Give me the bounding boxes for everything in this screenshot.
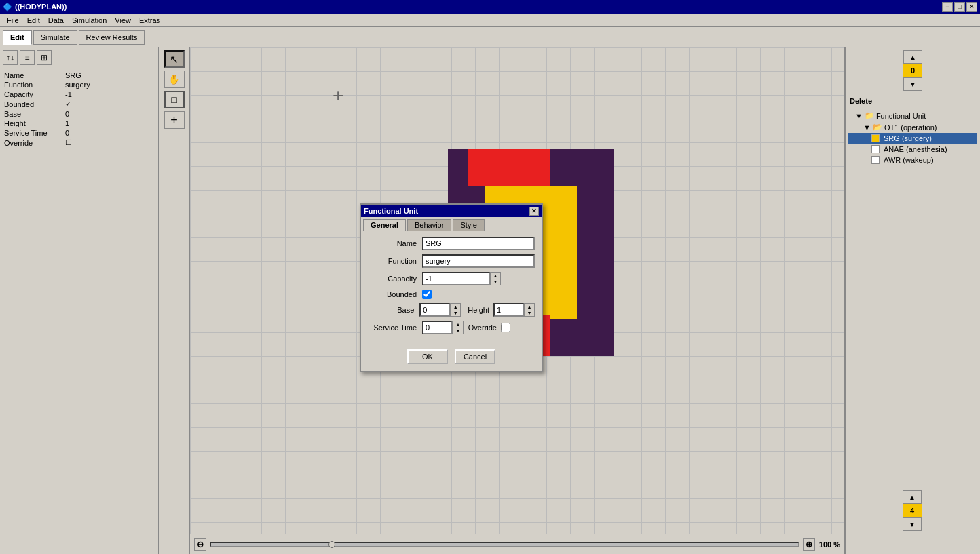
right-scroll-indicator2: 4 [903,504,922,517]
tab-edit[interactable]: Edit [3,30,32,45]
tree-srg-label: SRG (surgery) [884,134,932,142]
dialog-ok-button[interactable]: OK [407,349,448,364]
menubar: File Edit Data Simulation View Extras [0,14,980,27]
tab-simulate[interactable]: Simulate [33,30,77,45]
menu-simulation[interactable]: Simulation [68,15,111,26]
properties-area: Name SRG Function surgery Capacity -1 Bo… [0,68,158,554]
dialog-servicetime-down[interactable]: ▼ [453,328,463,334]
right-panel: ▲ 0 ▼ Delete ▼ 📁 Functional Unit ▼ 📂 OT1… [844,47,980,554]
tab-review-results[interactable]: Review Results [79,30,145,45]
dialog-name-row: Name [368,237,535,250]
dialog-base-spinbtns: ▲ ▼ [450,303,461,317]
tree-anae-label: ANAE (anesthesia) [884,145,947,153]
dialog-tab-general[interactable]: General [363,219,406,231]
close-button[interactable]: ✕ [966,2,977,12]
dialog-cancel-button[interactable]: Cancel [455,349,495,364]
tree-item-srg[interactable]: SRG (surgery) [848,133,977,144]
tree-item-functional-unit[interactable]: ▼ 📁 Functional Unit [848,110,977,121]
prop-service-time-value: 0 [65,129,69,137]
dialog-bounded-row: Bounded [368,290,535,299]
right-scroll-down2-button[interactable]: ▼ [903,517,922,531]
sort-type-button[interactable]: ≡ [20,50,35,65]
zoom-slider-thumb[interactable] [328,541,335,548]
dialog-function-input[interactable] [422,254,535,268]
crosshair-tool-button[interactable]: + [164,111,185,129]
prop-height-row: Height 1 [4,119,154,127]
dialog-function-label: Function [368,257,422,265]
dialog-base-label: Base [368,306,419,314]
dialog-height-up[interactable]: ▲ [525,304,534,310]
prop-service-time-label: Service Time [4,129,65,137]
prop-bounded-row: Bounded ✓ [4,100,154,108]
menu-extras[interactable]: Extras [135,15,164,26]
prop-name-label: Name [4,71,65,79]
dialog-capacity-row: Capacity ▲ ▼ [368,272,535,285]
menu-file[interactable]: File [3,15,23,26]
left-toolbar: ↑↓ ≡ ⊞ [0,47,158,68]
dialog-base-spinner: ▲ ▼ [419,303,461,317]
dark-strip-right [577,186,614,319]
dialog-height-label: Height [461,306,493,314]
grid-view-button[interactable]: ⊞ [37,50,52,65]
rect-tool-button[interactable]: □ [164,91,185,108]
tree-item-anae[interactable]: ANAE (anesthesia) [848,144,977,155]
menu-edit[interactable]: Edit [23,15,44,26]
dialog-override-checkbox[interactable] [501,323,510,332]
sort-ascending-button[interactable]: ↑↓ [3,50,18,65]
tree-item-label: Functional Unit [876,112,926,120]
dialog-close-button[interactable]: ✕ [529,207,539,216]
canvas-area[interactable]: + Functional Unit ✕ General Behavior [190,47,844,554]
tree-checkbox-anae [871,145,880,153]
zoom-level: 100 % [819,540,840,549]
titlebar-controls: − □ ✕ [942,2,977,12]
right-scroll-up2-button[interactable]: ▲ [903,490,922,504]
prop-base-value: 0 [65,110,69,118]
right-bottom-scroll: ▲ 4 ▼ [844,488,980,534]
dialog-base-down[interactable]: ▼ [451,310,460,316]
zoom-in-button[interactable]: ⊕ [803,538,815,551]
dialog-servicetime-row: Service Time ▲ ▼ Override [368,321,535,334]
dialog-height-input[interactable] [493,303,524,317]
dialog-bounded-checkbox[interactable] [422,290,432,299]
dialog-service-time-input[interactable] [422,321,453,334]
prop-bounded-label: Bounded [4,100,65,108]
hand-tool-button[interactable]: ✋ [164,71,185,88]
minimize-button[interactable]: − [942,2,953,12]
tree-awr-label: AWR (wakeup) [884,156,934,164]
dialog-capacity-input[interactable] [422,272,490,285]
dialog-capacity-up[interactable]: ▲ [491,273,500,279]
tree-item-ot1[interactable]: ▼ 📂 OT1 (operation) [848,121,977,133]
zoom-slider[interactable] [210,542,799,547]
tree-folder-icon: 📁 [865,111,874,120]
right-scroll-down-button[interactable]: ▼ [903,77,922,91]
app-icon: 🔷 [3,3,12,12]
dialog-name-input[interactable] [422,237,535,250]
dialog-capacity-down[interactable]: ▼ [491,279,500,285]
dialog-content: Name Function Capacity ▲ [361,231,542,344]
dialog-base-input[interactable] [419,303,450,317]
dialog-capacity-label: Capacity [368,275,422,283]
dialog-tab-style[interactable]: Style [453,219,484,231]
menu-view[interactable]: View [111,15,135,26]
tree-folder-icon-ot1: 📂 [873,123,882,132]
dialog-service-time-label: Service Time [368,323,422,332]
right-scroll-up-button[interactable]: ▲ [903,50,922,64]
dialog-tab-behavior[interactable]: Behavior [407,219,451,231]
menu-data[interactable]: Data [44,15,68,26]
zoom-out-button[interactable]: ⊖ [194,538,206,551]
toolbar: Edit Simulate Review Results [0,27,980,47]
prop-override-label: Override [4,139,65,147]
dialog-base-up[interactable]: ▲ [451,304,460,310]
cursor-tool-button[interactable]: ↖ [164,50,185,68]
dialog-height-down[interactable]: ▼ [525,310,534,316]
dialog-buttons: OK Cancel [361,344,542,371]
prop-name-row: Name SRG [4,71,154,79]
dialog-height-spinner: ▲ ▼ [493,303,535,317]
dialog-servicetime-up[interactable]: ▲ [453,321,463,328]
right-scroll-indicator: 0 [903,64,922,77]
maximize-button[interactable]: □ [954,2,965,12]
canvas-cursor-plus: + [333,85,343,106]
prop-capacity-value: -1 [65,90,72,98]
tree-item-awr[interactable]: AWR (wakeup) [848,155,977,165]
prop-name-value: SRG [65,71,81,79]
